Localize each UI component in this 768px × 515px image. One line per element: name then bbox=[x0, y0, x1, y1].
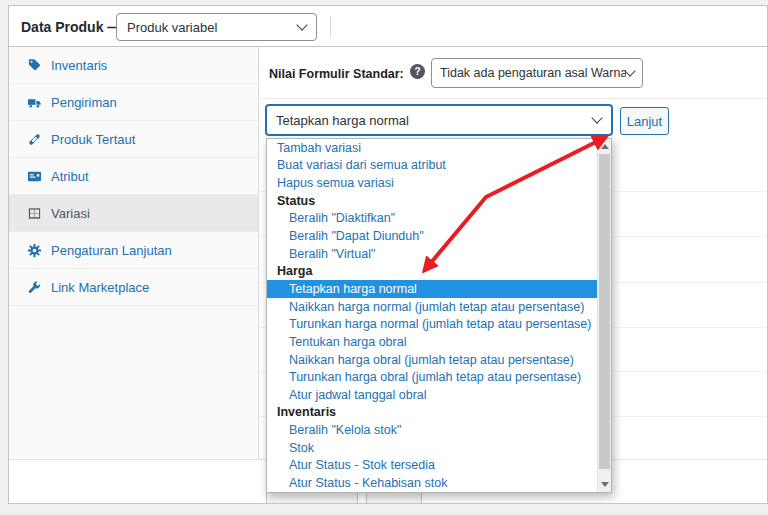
sidebar-item-pengaturan-lanjutan[interactable]: Pengaturan Lanjutan bbox=[9, 232, 258, 269]
scroll-down-icon[interactable] bbox=[601, 482, 609, 487]
dropdown-option[interactable]: Harga bbox=[267, 262, 597, 280]
dropdown-option[interactable]: Buat variasi dari semua atribut bbox=[267, 157, 597, 175]
dropdown-option[interactable]: Atur jadwal tanggal obral bbox=[267, 386, 597, 404]
sidebar-item-inventaris[interactable]: Inventaris bbox=[9, 47, 258, 84]
chevron-down-icon bbox=[591, 112, 602, 123]
tag-icon bbox=[27, 58, 42, 73]
truck-icon bbox=[27, 95, 42, 110]
dropdown-scrollbar[interactable] bbox=[597, 139, 611, 492]
dropdown-option[interactable]: Tetapkan harga normal bbox=[267, 280, 597, 298]
dropdown-option[interactable]: Atur Status - Kehabisan stok bbox=[267, 474, 597, 492]
sidebar-item-label: Pengiriman bbox=[51, 95, 117, 110]
dropdown-option[interactable]: Tambah variasi bbox=[267, 139, 597, 157]
sidebar-item-label: Pengaturan Lanjutan bbox=[51, 243, 172, 258]
link-icon bbox=[27, 132, 42, 147]
dropdown-option[interactable]: Hapus semua variasi bbox=[267, 174, 597, 192]
panel-title: Data Produk — bbox=[21, 19, 121, 35]
dropdown-option[interactable]: Atur Status - Stok tersedia bbox=[267, 457, 597, 475]
dropdown-option[interactable]: Beralih "Kelola stok" bbox=[267, 421, 597, 439]
help-icon[interactable]: ? bbox=[410, 64, 425, 79]
sidebar-item-variasi[interactable]: Variasi bbox=[9, 195, 258, 232]
gear-icon bbox=[27, 243, 42, 258]
metabox-header: Data Produk — Produk variabel bbox=[9, 6, 767, 47]
default-form-value: Tidak ada pengaturan asal Warna... bbox=[440, 66, 626, 80]
product-data-metabox: Data Produk — Produk variabel Inventaris… bbox=[8, 5, 768, 504]
card-icon bbox=[27, 169, 42, 184]
bulk-actions-value: Tetapkan harga normal bbox=[276, 113, 409, 128]
sidebar-item-link-marketplace[interactable]: Link Marketplace bbox=[9, 269, 258, 306]
dropdown-option[interactable]: Stok bbox=[267, 439, 597, 457]
default-form-select[interactable]: Tidak ada pengaturan asal Warna... bbox=[431, 58, 643, 88]
default-form-label: Nilai Formulir Standar: bbox=[269, 67, 404, 81]
header-divider bbox=[330, 16, 331, 38]
scroll-up-icon[interactable] bbox=[601, 144, 609, 149]
dropdown-option[interactable]: Naikkan harga obral (jumlah tetap atau p… bbox=[267, 351, 597, 369]
page: { "panel": { "title": "Data Produk —" },… bbox=[0, 0, 768, 515]
bulk-actions-dropdown: Tambah variasiBuat variasi dari semua at… bbox=[266, 138, 612, 493]
go-button[interactable]: Lanjut bbox=[620, 107, 669, 135]
product-type-value: Produk variabel bbox=[127, 20, 217, 35]
product-type-select[interactable]: Produk variabel bbox=[116, 13, 317, 41]
dropdown-option[interactable]: Turunkan harga obral (jumlah tetap atau … bbox=[267, 368, 597, 386]
sidebar-item-pengiriman[interactable]: Pengiriman bbox=[9, 84, 258, 121]
sidebar-item-label: Atribut bbox=[51, 169, 89, 184]
dropdown-options-list: Tambah variasiBuat variasi dari semua at… bbox=[267, 139, 597, 492]
default-form-row: Nilai Formulir Standar: ? Tidak ada peng… bbox=[259, 47, 767, 99]
scrollbar-thumb[interactable] bbox=[599, 154, 610, 469]
sidebar-item-label: Produk Tertaut bbox=[51, 132, 135, 147]
chevron-down-icon bbox=[296, 19, 307, 30]
sidebar-item-produk-tertaut[interactable]: Produk Tertaut bbox=[9, 121, 258, 158]
chevron-down-icon bbox=[624, 65, 635, 76]
dropdown-option[interactable]: Beralih "Diaktifkan" bbox=[267, 210, 597, 228]
wrench-icon bbox=[27, 280, 42, 295]
sidebar-item-label: Link Marketplace bbox=[51, 280, 149, 295]
dropdown-option[interactable]: Beralih "Virtual" bbox=[267, 245, 597, 263]
grid-icon bbox=[27, 206, 42, 221]
product-data-tabs: Inventaris Pengiriman Produk Tertaut Atr… bbox=[9, 47, 259, 459]
bulk-actions-select[interactable]: Tetapkan harga normal bbox=[266, 105, 612, 135]
sidebar-item-label: Variasi bbox=[51, 206, 90, 221]
dropdown-option[interactable]: Tentukan harga obral bbox=[267, 333, 597, 351]
sidebar-item-atribut[interactable]: Atribut bbox=[9, 158, 258, 195]
dropdown-option[interactable]: Status bbox=[267, 192, 597, 210]
dropdown-option[interactable]: Turunkan harga normal (jumlah tetap atau… bbox=[267, 315, 597, 333]
sidebar-item-label: Inventaris bbox=[51, 58, 107, 73]
dropdown-option[interactable]: Naikkan harga normal (jumlah tetap atau … bbox=[267, 298, 597, 316]
dropdown-option[interactable]: Inventaris bbox=[267, 404, 597, 422]
dropdown-option[interactable]: Beralih "Dapat Diunduh" bbox=[267, 227, 597, 245]
